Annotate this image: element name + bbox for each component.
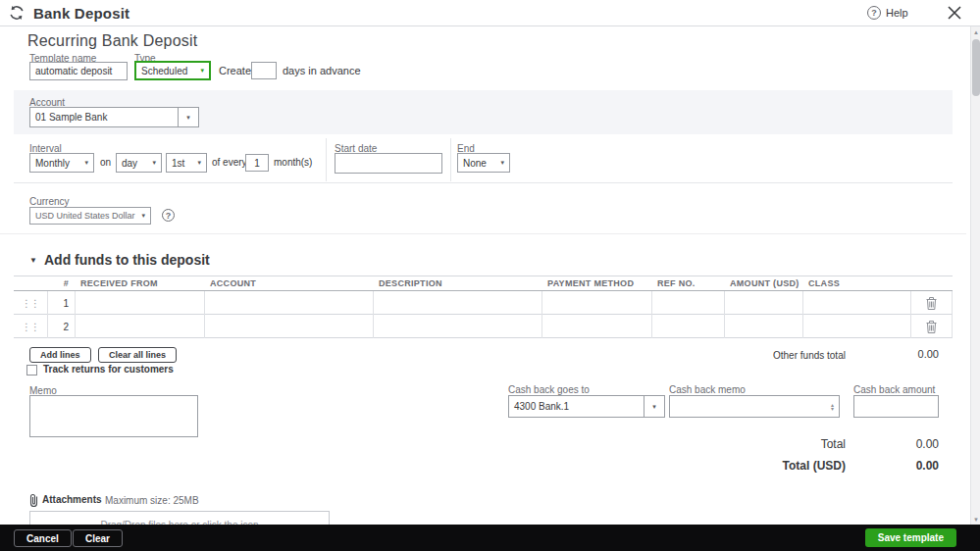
divider [326,138,327,181]
cell-description[interactable] [373,315,542,338]
scroll-thumb[interactable] [972,39,980,96]
day-unit-dropdown[interactable]: day ▾ [116,153,162,173]
cash-back-memo-input[interactable]: ▴ ▾ [669,395,840,418]
col-received-from: RECEIVED FROM [75,278,204,288]
divider [0,233,966,234]
cell-account[interactable] [204,291,373,315]
cell-payment-method[interactable] [542,315,651,338]
days-in-advance-label: days in advance [283,65,361,76]
account-dropdown-button[interactable]: ▾ [178,107,199,127]
scrollbar[interactable]: ▲ ▼ [970,26,980,525]
chevron-down-icon: ▾ [197,159,201,167]
col-payment-method: PAYMENT METHOD [542,278,651,288]
start-date-input[interactable] [335,153,442,174]
table-row: ⋮⋮ 2 [14,315,953,338]
help-icon[interactable]: ? [867,6,881,20]
currency-dropdown[interactable]: USD United States Dollar ▾ [29,207,151,225]
footer-bar: Cancel Clear Save template [0,525,980,551]
help-label[interactable]: Help [886,7,908,19]
recurring-transaction-icon [8,4,26,25]
cell-class[interactable] [802,315,910,338]
top-bar: Bank Deposit ? Help [0,0,980,26]
cell-account[interactable] [204,315,373,338]
currency-info-icon[interactable]: ? [162,209,175,222]
cell-ref-no[interactable] [651,291,724,315]
currency-label: Currency [29,196,70,207]
clear-button[interactable]: Clear [73,529,123,547]
col-description: DESCRIPTION [373,278,542,288]
months-label: month(s) [274,157,312,168]
cell-amount[interactable] [724,291,802,315]
clear-all-lines-button[interactable]: Clear all lines [98,347,177,363]
cell-class[interactable] [802,291,910,315]
total-usd-label: Total (USD) [736,459,846,473]
spinner-icon[interactable]: ▴ ▾ [831,403,834,411]
paperclip-icon [28,493,39,511]
every-n-input[interactable] [245,154,269,172]
cell-received-from[interactable] [75,315,204,338]
total-usd-value: 0.00 [883,459,939,473]
other-funds-total-label: Other funds total [773,350,846,361]
cash-back-amount-label: Cash back amount [853,384,935,395]
attachments-max-size: Maximum size: 25MB [105,495,199,506]
chevron-down-icon: ▾ [141,212,145,220]
cash-back-amount-input[interactable] [853,395,939,418]
create-label: Create [219,65,251,76]
on-label: on [100,157,111,168]
add-funds-heading: Add funds to this deposit [44,252,210,268]
drag-handle-icon[interactable]: ⋮⋮ [14,315,47,338]
delete-row-icon[interactable] [910,315,952,338]
interval-dropdown[interactable]: Monthly ▾ [29,153,94,173]
chevron-down-icon: ▾ [152,159,156,167]
other-funds-total-value: 0.00 [883,348,939,360]
funds-table-header: # RECEIVED FROM ACCOUNT DESCRIPTION PAYM… [14,276,953,291]
col-ref-no: REF NO. [651,278,724,288]
chevron-down-icon: ▾ [200,67,204,75]
delete-row-icon[interactable] [910,291,952,315]
cash-back-memo-label: Cash back memo [669,384,746,395]
row-number: 2 [47,315,75,338]
chevron-down-icon: ▾ [84,159,88,167]
cash-back-goes-to-label: Cash back goes to [508,384,590,395]
col-number: # [47,278,75,288]
chevron-down-icon: ▾ [500,159,504,167]
total-label: Total [765,437,846,451]
memo-textarea[interactable] [29,395,198,437]
bank-deposit-window: Bank Deposit ? Help Recurring Bank Depos… [0,0,980,551]
scroll-down-icon[interactable]: ▼ [971,514,980,525]
cell-amount[interactable] [724,315,802,338]
row-number: 1 [47,291,75,315]
cell-ref-no[interactable] [651,315,724,338]
account-input[interactable]: 01 Sample Bank [29,107,179,127]
col-account: ACCOUNT [204,278,373,288]
divider [450,138,451,181]
chevron-down-icon: ▾ [652,403,656,411]
table-row: ⋮⋮ 1 [14,291,953,315]
of-every-label: of every [212,157,247,168]
page-title: Bank Deposit [33,5,129,22]
close-icon[interactable] [948,6,961,24]
cancel-button[interactable]: Cancel [14,529,72,547]
day-ordinal-dropdown[interactable]: 1st ▾ [166,153,207,173]
cash-back-goes-to-input[interactable]: 4300 Bank.1 [508,395,645,418]
chevron-down-icon: ▾ [186,114,190,122]
add-lines-button[interactable]: Add lines [29,347,91,363]
track-returns-checkbox[interactable] [26,365,37,376]
end-dropdown[interactable]: None ▾ [457,153,510,173]
cell-description[interactable] [373,291,542,315]
cash-back-goes-to-dropdown-button[interactable]: ▾ [644,395,665,418]
save-template-button[interactable]: Save template [865,528,956,547]
cell-payment-method[interactable] [542,291,651,315]
cell-received-from[interactable] [75,291,204,315]
recurring-heading: Recurring Bank Deposit [27,32,197,50]
drag-handle-icon[interactable]: ⋮⋮ [14,291,47,315]
divider [14,182,953,183]
template-name-input[interactable] [29,62,128,80]
total-value: 0.00 [883,437,939,451]
days-in-advance-input[interactable] [251,62,277,79]
type-dropdown[interactable]: Scheduled ▾ [134,61,211,80]
collapse-triangle-icon[interactable]: ▼ [29,256,37,265]
track-returns-label: Track returns for customers [43,364,174,375]
col-class: CLASS [802,278,910,288]
scroll-up-icon[interactable]: ▲ [971,26,980,37]
